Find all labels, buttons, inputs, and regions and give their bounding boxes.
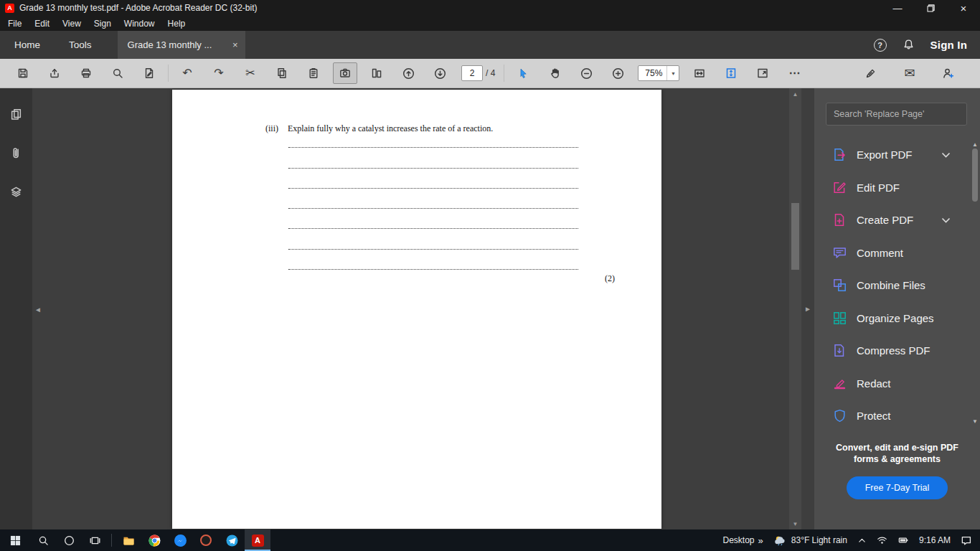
collapse-left-panel-icon[interactable]: ◄	[34, 305, 42, 313]
compress-pdf-icon	[832, 343, 847, 358]
sign-document-button[interactable]	[137, 62, 161, 84]
file-explorer-icon[interactable]	[116, 529, 141, 551]
answer-line	[288, 147, 578, 148]
answer-line	[288, 208, 578, 209]
paste-clipboard-button[interactable]	[301, 62, 326, 84]
chevron-down-icon[interactable]	[941, 217, 951, 223]
email-button[interactable]: ✉	[897, 62, 922, 84]
messenger-icon[interactable]	[167, 529, 193, 551]
chrome-icon[interactable]	[141, 529, 167, 551]
zoom-dropdown-caret-icon[interactable]: ▼	[666, 66, 679, 80]
action-center-icon[interactable]	[956, 529, 980, 551]
next-page-button[interactable]	[428, 62, 452, 84]
desktop-toolbar[interactable]: Desktop »	[718, 529, 768, 551]
right-panel-collapse-strip[interactable]: ►	[801, 88, 814, 529]
save-button[interactable]	[11, 62, 35, 84]
minimize-button[interactable]: —	[881, 0, 914, 16]
snapshot-camera-button[interactable]	[333, 62, 357, 84]
collapse-right-panel-icon[interactable]: ►	[804, 305, 811, 313]
menu-file[interactable]: File	[1, 16, 28, 31]
tool-combine-files[interactable]: Combine Files	[814, 269, 970, 302]
tab-close-icon[interactable]: ×	[232, 39, 238, 50]
clock[interactable]: 9:16 AM	[914, 529, 956, 551]
weather-widget[interactable]: 83°F Light rain	[768, 529, 852, 551]
page-layout-button[interactable]	[364, 62, 389, 84]
fullscreen-button[interactable]	[750, 62, 775, 84]
close-button[interactable]: ×	[947, 0, 980, 16]
chevron-down-icon[interactable]	[941, 152, 951, 158]
task-view-icon[interactable]	[82, 529, 108, 551]
start-button[interactable]	[0, 529, 30, 551]
tool-compress-pdf[interactable]: Compress PDF	[814, 334, 970, 367]
toolbar-overflow-chevrons[interactable]: »	[758, 535, 763, 546]
layers-icon[interactable]	[6, 182, 27, 202]
zoom-level-value: 75%	[639, 68, 666, 78]
scrollbar-thumb[interactable]	[791, 203, 799, 270]
tool-redact[interactable]: Redact	[814, 367, 970, 400]
left-rail	[0, 88, 32, 529]
share-with-people-button[interactable]	[936, 62, 961, 84]
previous-page-button[interactable]	[396, 62, 420, 84]
tab-tools[interactable]: Tools	[55, 31, 106, 59]
help-icon[interactable]: ?	[874, 39, 887, 52]
organize-pages-icon	[832, 311, 847, 326]
tools-search-input[interactable]	[826, 103, 967, 126]
title-bar: A Grade 13 monthly test.pdf - Adobe Acro…	[0, 0, 980, 16]
scroll-down-icon[interactable]: ▼	[972, 415, 978, 427]
document-scrollbar[interactable]: ▲ ▼	[789, 88, 801, 529]
select-tool-button[interactable]	[511, 62, 535, 84]
cortana-icon[interactable]	[56, 529, 82, 551]
scroll-down-icon[interactable]: ▼	[793, 518, 798, 529]
windows-taskbar: A Desktop » 83°F Light rain 9:16 AM	[0, 529, 980, 551]
menu-view[interactable]: View	[56, 16, 88, 31]
document-viewport[interactable]: (iii) Explain fully why a catalyst incre…	[32, 88, 814, 529]
fit-width-button[interactable]	[687, 62, 712, 84]
menu-window[interactable]: Window	[118, 16, 161, 31]
undo-button[interactable]: ↶	[175, 62, 199, 84]
taskbar-search-icon[interactable]	[30, 529, 56, 551]
find-search-icon[interactable]	[105, 62, 130, 84]
redo-button[interactable]: ↷	[207, 62, 231, 84]
hand-tool-button[interactable]	[542, 62, 567, 84]
more-tools-button[interactable]: ⋯	[782, 62, 806, 84]
fit-page-button[interactable]	[719, 62, 743, 84]
share-file-button[interactable]	[42, 62, 67, 84]
maximize-button[interactable]	[914, 0, 947, 16]
zoom-in-button[interactable]	[606, 62, 630, 84]
network-icon[interactable]	[872, 529, 892, 551]
tab-home[interactable]: Home	[0, 31, 55, 59]
cut-button[interactable]: ✂	[238, 62, 263, 84]
acrobat-taskbar-icon[interactable]: A	[245, 529, 270, 551]
tool-edit-pdf[interactable]: Edit PDF	[814, 171, 970, 204]
show-hidden-icons-chevron[interactable]	[852, 529, 872, 551]
tab-document-label: Grade 13 monthly ...	[128, 39, 212, 50]
zoom-level-control[interactable]: 75% ▼	[638, 65, 679, 81]
tool-export-pdf[interactable]: Export PDF	[814, 138, 970, 171]
tab-document[interactable]: Grade 13 monthly ... ×	[118, 31, 245, 59]
scrollbar-thumb[interactable]	[972, 149, 978, 202]
notifications-bell-icon[interactable]	[903, 39, 915, 51]
tool-organize-pages[interactable]: Organize Pages	[814, 302, 970, 335]
tools-panel-scrollbar[interactable]: ▲ ▼	[970, 138, 980, 427]
zoom-out-button[interactable]	[574, 62, 598, 84]
free-trial-button[interactable]: Free 7-Day Trial	[847, 476, 948, 499]
telegram-icon[interactable]	[219, 529, 245, 551]
fill-sign-pen-button[interactable]	[859, 62, 883, 84]
sign-in-button[interactable]: Sign In	[930, 39, 967, 51]
acrobat-app-icon: A	[5, 4, 14, 13]
tool-create-pdf[interactable]: Create PDF	[814, 204, 970, 237]
ring-app-icon[interactable]	[193, 529, 219, 551]
copy-button[interactable]	[270, 62, 294, 84]
print-button[interactable]	[74, 62, 98, 84]
battery-icon[interactable]	[892, 529, 914, 551]
attachments-paperclip-icon[interactable]	[6, 143, 27, 163]
page-thumbnails-icon[interactable]	[6, 104, 27, 124]
tool-protect[interactable]: Protect	[814, 400, 970, 427]
menu-help[interactable]: Help	[161, 16, 192, 31]
menu-edit[interactable]: Edit	[28, 16, 56, 31]
page-number-input[interactable]	[461, 65, 483, 81]
tool-comment[interactable]: Comment	[814, 237, 970, 270]
menu-sign[interactable]: Sign	[88, 16, 118, 31]
scroll-up-icon[interactable]: ▲	[793, 88, 798, 100]
pdf-page[interactable]: (iii) Explain fully why a catalyst incre…	[172, 90, 661, 529]
